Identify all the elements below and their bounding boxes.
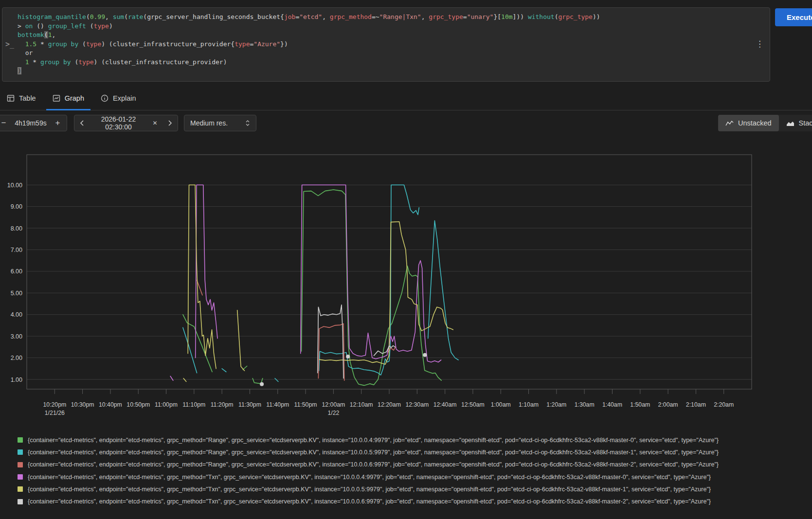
series-line	[319, 185, 419, 375]
unstacked-button[interactable]: Unstacked	[718, 115, 779, 131]
series-point	[260, 382, 264, 386]
tab-explain[interactable]: Explain	[94, 87, 143, 110]
kebab-menu-icon[interactable]: ⋮	[756, 40, 764, 48]
tab-explain-label: Explain	[113, 94, 136, 102]
legend-series-label: {container="etcd-metrics", endpoint="etc…	[28, 486, 711, 493]
prompt-icon: >_	[5, 40, 14, 49]
series-line	[318, 305, 343, 378]
end-time-input-group: 2026-01-22 02:30:00 ✕	[74, 115, 178, 131]
legend-item[interactable]: {container="etcd-metrics", endpoint="etc…	[0, 459, 812, 471]
series-line	[428, 221, 458, 360]
stacked-button[interactable]: Stacked	[779, 115, 812, 131]
x-tick-label: 1:40am	[602, 401, 622, 408]
tab-table-label: Table	[19, 94, 36, 102]
legend-item[interactable]: {container="etcd-metrics", endpoint="etc…	[0, 471, 812, 483]
x-tick-label: 11:00pm	[155, 401, 178, 408]
x-tick-label: 12:00am	[322, 401, 345, 408]
end-time-value[interactable]: 2026-01-22 02:30:00	[90, 115, 147, 131]
legend-swatch	[18, 486, 23, 492]
range-input-group: − 4h19m59s +	[0, 115, 67, 131]
y-tick-label: 9.00	[11, 203, 22, 210]
table-icon	[7, 94, 15, 102]
x-tick-label: 1:30am	[575, 401, 595, 408]
info-icon	[101, 94, 108, 102]
execute-button[interactable]: Execute	[775, 8, 812, 26]
time-forward-button[interactable]	[162, 115, 178, 131]
y-tick-label: 7.00	[11, 247, 22, 253]
series-line	[301, 185, 441, 362]
x-tick-label: 11:30pm	[238, 401, 261, 408]
legend-item[interactable]: {container="etcd-metrics", endpoint="etc…	[0, 446, 812, 458]
series-point	[423, 353, 427, 357]
resolution-select[interactable]: Medium res.	[184, 115, 256, 131]
series-line	[237, 310, 245, 371]
x-tick-label: 12:30am	[405, 401, 429, 408]
y-tick-label: 5.00	[11, 290, 22, 297]
series-line	[222, 369, 226, 372]
series-line	[188, 185, 216, 369]
query-editor[interactable]: >_ histogram_quantile(0.99, sum(rate(grp…	[2, 7, 770, 82]
legend-series-label: {container="etcd-metrics", endpoint="etc…	[28, 498, 711, 505]
range-decrease-button[interactable]: −	[0, 115, 13, 131]
x-tick-label: 11:40pm	[266, 401, 289, 408]
series-line	[183, 327, 197, 373]
y-tick-label: 2.00	[11, 355, 22, 361]
legend-item[interactable]: {container="etcd-metrics", endpoint="etc…	[0, 483, 812, 495]
tab-table[interactable]: Table	[0, 87, 42, 110]
time-clear-button[interactable]: ✕	[147, 115, 162, 131]
chevron-right-icon	[168, 120, 172, 126]
x-tick-date-label: 1/22	[327, 410, 339, 416]
stacking-toggle: Unstacked Stacked	[718, 115, 812, 131]
timeseries-chart[interactable]: 1.002.003.004.005.006.007.008.009.0010.0…	[0, 146, 812, 430]
prometheus-graph-page: { "execute": { "label": "Execute" }, "qu…	[0, 0, 812, 519]
x-tick-label: 11:10pm	[182, 401, 205, 408]
y-tick-label: 1.00	[11, 376, 22, 383]
x-tick-label: 12:50am	[461, 401, 485, 408]
series-line	[275, 378, 278, 382]
range-increase-button[interactable]: +	[49, 115, 67, 131]
x-tick-label: 12:20am	[378, 401, 401, 408]
query-expression[interactable]: histogram_quantile(0.99, sum(rate(grpc_s…	[18, 13, 600, 76]
legend-series-label: {container="etcd-metrics", endpoint="etc…	[28, 474, 711, 481]
legend-swatch	[18, 499, 23, 504]
x-tick-date-label: 1/21/26	[45, 410, 65, 416]
legend-swatch	[18, 474, 23, 480]
tab-graph[interactable]: Graph	[46, 87, 90, 110]
graph-icon	[53, 94, 60, 102]
x-tick-label: 1:00am	[491, 401, 511, 408]
x-tick-label: 1:10am	[519, 401, 539, 408]
result-tabs: Table Graph Explain	[0, 87, 812, 110]
series-line	[302, 190, 442, 385]
legend-swatch	[18, 449, 23, 455]
y-tick-label: 8.00	[11, 225, 22, 232]
range-value[interactable]: 4h19m59s	[13, 119, 49, 127]
y-tick-label: 10.00	[7, 182, 22, 189]
y-tick-label: 6.00	[11, 268, 22, 275]
chart-area: 1.002.003.004.005.006.007.008.009.0010.0…	[0, 146, 812, 430]
series-line	[183, 315, 212, 372]
chart-legend: {container="etcd-metrics", endpoint="etc…	[0, 434, 812, 508]
legend-swatch	[18, 462, 23, 467]
resolution-value: Medium res.	[190, 119, 228, 127]
legend-series-label: {container="etcd-metrics", endpoint="etc…	[28, 437, 719, 444]
time-back-button[interactable]	[74, 115, 90, 131]
y-tick-label: 3.00	[11, 333, 22, 340]
x-tick-label: 12:10am	[350, 401, 373, 408]
stacked-label: Stacked	[799, 119, 812, 127]
legend-item[interactable]: {container="etcd-metrics", endpoint="etc…	[0, 434, 812, 446]
line-chart-icon	[725, 120, 734, 126]
legend-series-label: {container="etcd-metrics", endpoint="etc…	[28, 449, 719, 456]
unstacked-label: Unstacked	[738, 119, 772, 127]
chevron-expand-icon	[245, 120, 250, 126]
series-point	[346, 355, 350, 358]
tab-graph-label: Graph	[65, 94, 84, 102]
x-tick-label: 1:50am	[630, 401, 650, 408]
x-tick-label: 12:40am	[433, 401, 457, 408]
x-tick-label: 2:20am	[714, 401, 734, 408]
legend-series-label: {container="etcd-metrics", endpoint="etc…	[28, 461, 719, 468]
stacked-area-icon	[786, 120, 794, 126]
x-tick-label: 2:10am	[686, 401, 706, 408]
legend-item[interactable]: {container="etcd-metrics", endpoint="etc…	[0, 495, 812, 507]
x-tick-label: 10:30pm	[71, 401, 94, 408]
x-tick-label: 10:40pm	[99, 401, 122, 408]
